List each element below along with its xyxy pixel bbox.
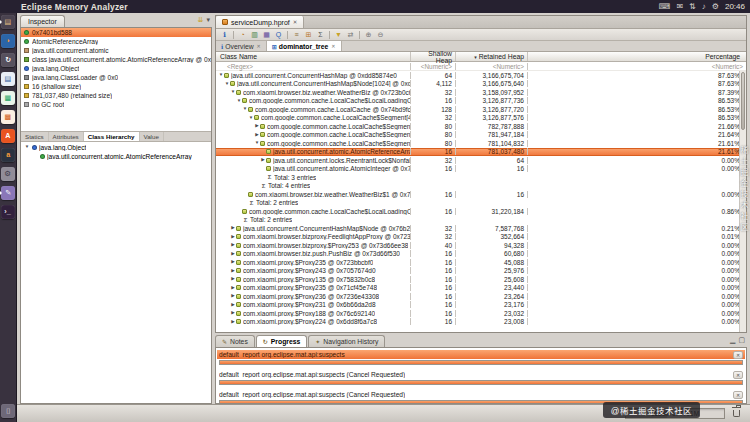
column-header-class-name[interactable]: Class Name bbox=[216, 52, 410, 61]
calculate-retained-size-icon[interactable]: Σ bbox=[315, 30, 326, 40]
inspector-tab-attributes[interactable]: Attributes bbox=[49, 132, 84, 141]
view-tab-overview[interactable]: ℹOverview✕ bbox=[216, 41, 267, 51]
launcher-item-system-settings[interactable]: ⚙ bbox=[1, 167, 15, 181]
column-header-percentage[interactable]: Percentage bbox=[527, 52, 746, 61]
table-row[interactable]: ▶com.google.common.cache.LocalCache$Segm… bbox=[216, 122, 746, 131]
launcher-item-libreoffice-writer[interactable]: ▤ bbox=[1, 72, 15, 86]
launcher-item-files[interactable]: ▤ bbox=[1, 15, 15, 29]
launcher-item-trash[interactable]: ▯ bbox=[1, 404, 15, 418]
tab-progress[interactable]: ↻Progress bbox=[256, 335, 308, 347]
table-row[interactable]: ▶com.xiaomi.browser.bizproxy.FeedlightAp… bbox=[216, 233, 746, 242]
expand-all-icon[interactable]: ⊕ bbox=[363, 30, 374, 40]
vertical-scrollbar-thumb[interactable] bbox=[741, 72, 745, 130]
minimize-icon[interactable]: ▁ bbox=[730, 336, 735, 343]
tab-notes[interactable]: ✎Notes bbox=[215, 335, 255, 347]
column-header-shallow-heap[interactable]: Shallow Heap bbox=[410, 52, 455, 61]
tab-inspector[interactable]: Inspector bbox=[20, 15, 65, 27]
launcher-item-software-updater[interactable]: ↻ bbox=[1, 53, 15, 67]
launcher-item-amazon[interactable]: a bbox=[1, 148, 15, 162]
close-icon[interactable]: ✕ bbox=[331, 43, 335, 49]
table-row[interactable]: ▶java.util.concurrent.ConcurrentHashMap$… bbox=[216, 224, 746, 233]
hierarchy-row[interactable]: java.util.concurrent.atomic.AtomicRefere… bbox=[21, 152, 211, 161]
hierarchy-row[interactable]: ▼java.lang.Object bbox=[21, 143, 211, 152]
inspector-row-class-name[interactable]: AtomicReferenceArray bbox=[21, 37, 211, 46]
inspector-row-package[interactable]: java.util.concurrent.atomic bbox=[21, 46, 211, 55]
table-row[interactable]: java.util.concurrent.atomic.AtomicIntege… bbox=[216, 165, 746, 174]
table-row[interactable]: ▶com.google.common.cache.LocalCache$Segm… bbox=[216, 131, 746, 140]
table-row[interactable]: ΣTotal: 4 entries bbox=[216, 182, 746, 191]
table-row[interactable]: ▼com.google.common.cache.LocalCache$Segm… bbox=[216, 114, 746, 123]
thread-overview-icon[interactable]: ≡ bbox=[291, 30, 302, 40]
table-row[interactable]: ▶com.xiaomi.proxy.$Proxy235 @ 0x71cf45e7… bbox=[216, 284, 746, 293]
inspector-row-retained-size[interactable]: 781,037,480 (retained size) bbox=[21, 91, 211, 100]
table-row[interactable]: ▼java.util.concurrent.ConcurrentHashMap$… bbox=[216, 80, 746, 89]
network-indicator-icon[interactable]: ⇅ bbox=[689, 3, 696, 11]
clock-indicator[interactable]: 20:46 bbox=[725, 2, 745, 11]
column-header-retained-heap[interactable]: ▾ Retained Heap bbox=[455, 52, 527, 61]
table-row[interactable]: ▶com.xiaomi.proxy.$Proxy188 @ 0x76c69214… bbox=[216, 309, 746, 318]
info-icon[interactable]: ℹ bbox=[219, 30, 230, 40]
inspector-row-class-object[interactable]: class java.util.concurrent.atomic.Atomic… bbox=[21, 55, 211, 64]
inspector-address-row[interactable]: 0x7401bd588 bbox=[21, 28, 211, 37]
inspector-tab-value[interactable]: Value bbox=[140, 132, 164, 141]
table-row[interactable]: ▶com.xiaomi.proxy.$Proxy243 @ 0x7057674d… bbox=[216, 267, 746, 276]
table-row[interactable]: ▶com.xiaomi.proxy.$Proxy231 @ 0x6b66da2d… bbox=[216, 301, 746, 310]
table-row[interactable]: ▼java.util.concurrent.ConcurrentHashMap … bbox=[216, 71, 746, 80]
view-menu-icon[interactable]: ▾ bbox=[206, 16, 210, 23]
table-row[interactable]: ▼com.google.common.cache.LocalCache$Loca… bbox=[216, 97, 746, 106]
percentage-filter[interactable]: <Numeric> bbox=[527, 63, 746, 70]
table-row[interactable]: ▶com.xiaomi.proxy.$Proxy235 @ 0x723bbcbf… bbox=[216, 258, 746, 267]
table-row[interactable]: ΣTotal: 2 entries bbox=[216, 199, 746, 208]
table-row[interactable]: ▼com.xiaomi.browser.biz.weather.WeatherB… bbox=[216, 88, 746, 97]
compare-icon[interactable]: ⇄ bbox=[345, 30, 356, 40]
inspector-row-shallow-size[interactable]: 16 (shallow size) bbox=[21, 82, 211, 91]
shallow-heap-filter[interactable]: <Numeric> bbox=[410, 63, 455, 70]
class-name-filter[interactable]: <Regex> bbox=[216, 63, 410, 70]
collapse-all-icon[interactable]: ⊖ bbox=[375, 30, 386, 40]
launcher-item-text-editor[interactable]: ✎ bbox=[1, 186, 15, 200]
sync-selection-icon[interactable]: ⇊ bbox=[198, 16, 204, 23]
view-tab-dominator-tree[interactable]: ⊞dominator_tree✕ bbox=[267, 41, 342, 51]
run-garbage-collector-button[interactable] bbox=[730, 408, 742, 420]
launcher-item-ubuntu-software[interactable]: A bbox=[1, 129, 15, 143]
oql-icon[interactable]: Q bbox=[273, 30, 284, 40]
table-row[interactable]: ▶com.xiaomi.proxy.$Proxy236 @ 0x7236e433… bbox=[216, 292, 746, 301]
table-row[interactable]: ▼com.google.common.cache.LocalCache @ 0x… bbox=[216, 105, 746, 114]
inspector-row-superclass[interactable]: java.lang.Object bbox=[21, 64, 211, 73]
tab-navigation-history[interactable]: ✦Navigation History bbox=[308, 335, 385, 347]
launcher-item-libreoffice-calc[interactable]: ▦ bbox=[1, 91, 15, 105]
group-by-icon[interactable]: ⊞ bbox=[303, 30, 314, 40]
overview-icon[interactable]: ◔ bbox=[237, 30, 248, 40]
table-row[interactable]: ▶com.xiaomi.proxy.$Proxy224 @ 0x6dd8f6a7… bbox=[216, 318, 746, 327]
expander-icon[interactable]: ▼ bbox=[24, 145, 30, 150]
table-row[interactable]: ▼com.google.common.cache.LocalCache$Segm… bbox=[216, 139, 746, 148]
sound-indicator-icon[interactable]: ♪ bbox=[702, 3, 706, 11]
inspector-row-classloader[interactable]: java.lang.ClassLoader @ 0x0 bbox=[21, 73, 211, 82]
table-row[interactable]: java.util.concurrent.atomic.AtomicRefere… bbox=[216, 148, 746, 157]
keyboard-indicator-icon[interactable]: ⌨ bbox=[659, 3, 671, 11]
table-row[interactable]: com.google.common.cache.LocalCache$Local… bbox=[216, 207, 746, 216]
session-indicator-icon[interactable]: ⚙ bbox=[712, 3, 719, 11]
table-row[interactable]: ΣTotal: 3 entries bbox=[216, 173, 746, 182]
progress-job[interactable]: default_report org.eclipse.mat.api:suspe… bbox=[217, 370, 745, 385]
mail-indicator-icon[interactable]: ✉ bbox=[676, 3, 683, 11]
cancel-job-button[interactable]: ✕ bbox=[733, 351, 743, 359]
launcher-item-libreoffice-impress[interactable]: ▩ bbox=[1, 110, 15, 124]
table-row[interactable]: com.xiaomi.browser.biz.weather.WeatherBi… bbox=[216, 190, 746, 199]
launcher-item-firefox[interactable]: ◗ bbox=[1, 34, 15, 48]
histogram-icon[interactable]: ▥ bbox=[249, 30, 260, 40]
retained-heap-filter[interactable]: <Numeric> bbox=[455, 63, 527, 70]
tab-servicedump-hprof[interactable]: serviceDump.hprof ✕ bbox=[216, 16, 304, 28]
cancel-job-button[interactable]: ✕ bbox=[733, 391, 743, 399]
maximize-icon[interactable]: ▢ bbox=[738, 336, 745, 343]
dominator-tree-icon[interactable]: ▦ bbox=[261, 30, 272, 40]
table-row[interactable]: ▶com.xiaomi.browser.bizproxy.$Proxy253 @… bbox=[216, 241, 746, 250]
inspector-tab-statics[interactable]: Statics bbox=[21, 132, 49, 141]
cancel-job-button[interactable]: ✕ bbox=[733, 371, 743, 379]
close-icon[interactable]: ✕ bbox=[293, 19, 298, 25]
inspector-tab-class-hierarchy[interactable]: Class Hierarchy bbox=[84, 132, 140, 141]
close-icon[interactable]: ✕ bbox=[257, 43, 261, 49]
table-row[interactable]: ▶com.xiaomi.proxy.$Proxy135 @ 0x75832b0c… bbox=[216, 275, 746, 284]
table-row[interactable]: ▶com.xiaomi.browser.biz.push.PushBiz @ 0… bbox=[216, 250, 746, 259]
filter-icon[interactable]: ▼ bbox=[333, 30, 344, 40]
